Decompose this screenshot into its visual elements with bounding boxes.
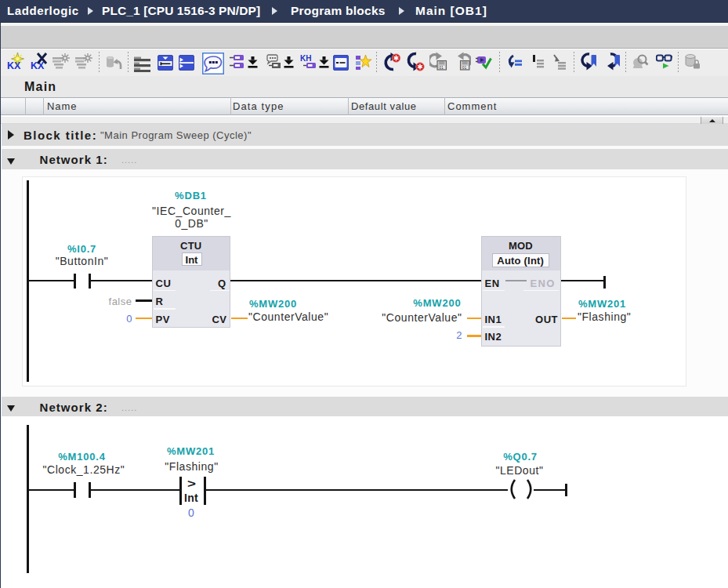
svg-text:01: 01 — [462, 66, 467, 70]
svg-text:K: K — [7, 60, 14, 71]
svg-text:K: K — [31, 60, 38, 71]
svg-text:01: 01 — [440, 66, 444, 70]
svg-text:KH: KH — [300, 54, 311, 63]
